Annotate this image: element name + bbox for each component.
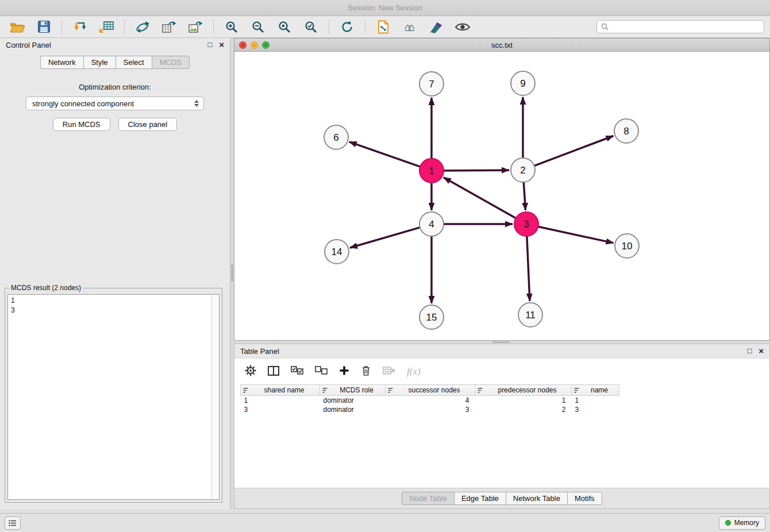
- graph-edge-3-1[interactable]: [444, 178, 516, 218]
- import-table-icon: [99, 21, 114, 33]
- table-settings-button[interactable]: [245, 365, 256, 378]
- run-mcds-button[interactable]: Run MCDS: [53, 118, 110, 131]
- cell-predecessor-nodes[interactable]: 2: [475, 405, 572, 414]
- graph-node-label-9: 9: [520, 78, 525, 89]
- column-header-successor-nodes[interactable]: successor nodes: [386, 385, 475, 396]
- float-panel-button[interactable]: □: [207, 41, 212, 49]
- graph-edge-2-3[interactable]: [523, 182, 525, 210]
- window-zoom-button[interactable]: +: [262, 41, 270, 49]
- zoom-out-icon: [251, 20, 265, 34]
- mcds-result-scrollbar[interactable]: [211, 295, 219, 499]
- deselect-all-button[interactable]: [315, 366, 328, 377]
- application-window: Session: New Session: [0, 0, 770, 532]
- network-canvas[interactable]: 7968124314101511: [234, 52, 769, 340]
- dropdown-stepper-icon: [194, 100, 199, 107]
- graph-edge-4-14[interactable]: [350, 228, 420, 248]
- graph-edge-1-2[interactable]: [444, 170, 509, 171]
- close-panel-button[interactable]: ×: [219, 41, 224, 49]
- network-graph[interactable]: 7968124314101511: [234, 52, 769, 340]
- graph-node-label-14: 14: [332, 246, 342, 257]
- style-brush-icon: [429, 21, 443, 33]
- import-table-button[interactable]: [95, 18, 118, 36]
- tab-node-table[interactable]: Node Table: [402, 492, 454, 505]
- cell-predecessor-nodes[interactable]: 1: [475, 396, 572, 405]
- tab-edge-table[interactable]: Edge Table: [454, 492, 506, 505]
- column-header-predecessor-nodes[interactable]: predecessor nodes: [475, 385, 572, 396]
- delete-table-button[interactable]: [383, 366, 395, 377]
- tab-mcds[interactable]: MCDS: [152, 56, 190, 69]
- cell-mcds-role[interactable]: dominator: [320, 396, 386, 405]
- graph-edge-3-11[interactable]: [527, 236, 530, 301]
- graph-edge-2-8[interactable]: [534, 136, 614, 166]
- table-row[interactable]: 1 dominator 4 1 1: [241, 396, 619, 405]
- toolbar-separator: [61, 20, 62, 34]
- function-builder-button[interactable]: f(x): [407, 366, 421, 377]
- graph-node-label-11: 11: [525, 310, 536, 321]
- tab-network[interactable]: Network: [40, 56, 83, 69]
- horizontal-splitter-grip[interactable]: [492, 341, 510, 343]
- trash-icon: [361, 365, 371, 376]
- network-window-header[interactable]: × − + scc.txt: [234, 38, 769, 52]
- float-table-panel-button[interactable]: □: [747, 347, 752, 355]
- export-image-button[interactable]: [184, 18, 207, 36]
- graph-edge-3-10[interactable]: [538, 227, 614, 243]
- delete-column-button[interactable]: [361, 365, 371, 378]
- cell-name[interactable]: 3: [572, 405, 619, 414]
- cell-shared-name[interactable]: 1: [241, 396, 320, 405]
- tab-motifs[interactable]: Motifs: [567, 492, 602, 505]
- titlebar[interactable]: Session: New Session: [0, 0, 770, 16]
- cell-successor-nodes[interactable]: 4: [386, 396, 475, 405]
- column-header-shared-name[interactable]: shared name: [241, 385, 320, 396]
- toolbar-separator: [124, 20, 125, 34]
- select-all-button[interactable]: [291, 366, 303, 377]
- attribute-table: shared name MCDS role successor nodes pr…: [240, 384, 619, 414]
- copy-document-button[interactable]: [372, 18, 395, 36]
- search-box[interactable]: [596, 20, 764, 33]
- close-table-panel-button[interactable]: ×: [759, 347, 764, 355]
- cell-shared-name[interactable]: 3: [241, 405, 320, 414]
- save-session-button[interactable]: [32, 18, 55, 36]
- column-header-mcds-role[interactable]: MCDS role: [320, 385, 386, 396]
- import-network-button[interactable]: [68, 18, 91, 36]
- close-panel-button-2[interactable]: Close panel: [118, 118, 178, 131]
- zoom-fit-button[interactable]: [273, 18, 296, 36]
- criterion-dropdown[interactable]: strongly connected component: [26, 97, 204, 110]
- table-arrow-icon: [161, 21, 176, 33]
- column-header-name[interactable]: name: [572, 385, 619, 396]
- swap-networks-button[interactable]: [131, 18, 154, 36]
- export-table-button[interactable]: [157, 18, 180, 36]
- show-columns-button[interactable]: [268, 366, 279, 377]
- cell-name[interactable]: 1: [572, 396, 619, 405]
- search-input[interactable]: [611, 23, 760, 31]
- cell-successor-nodes[interactable]: 3: [386, 405, 475, 414]
- table-panel-header: Table Panel □ ×: [234, 344, 769, 358]
- zoom-selected-button[interactable]: [299, 18, 322, 36]
- tab-network-table[interactable]: Network Table: [506, 492, 567, 505]
- tab-select[interactable]: Select: [116, 56, 152, 69]
- vertical-splitter-grip[interactable]: [231, 264, 233, 282]
- home-view-button[interactable]: ⌂⌂: [398, 18, 421, 36]
- memory-button[interactable]: Memory: [719, 516, 765, 530]
- window-minimize-button[interactable]: −: [251, 41, 258, 49]
- tab-style[interactable]: Style: [83, 56, 116, 69]
- unchecked-boxes-icon: [315, 366, 328, 375]
- add-column-button[interactable]: [339, 365, 349, 377]
- refresh-view-button[interactable]: [336, 18, 359, 36]
- task-history-button[interactable]: [5, 516, 21, 530]
- control-panel-tabs: Network Style Select MCDS: [0, 56, 230, 69]
- graph-edge-1-6[interactable]: [349, 142, 421, 167]
- cell-mcds-role[interactable]: dominator: [320, 405, 386, 414]
- show-graphics-details-button[interactable]: [451, 18, 474, 36]
- graph-node-label-2: 2: [520, 165, 525, 176]
- apply-style-button[interactable]: [425, 18, 448, 36]
- table-row[interactable]: 3 dominator 3 2 3: [241, 405, 619, 414]
- mcds-result-box[interactable]: 1 3: [7, 294, 220, 500]
- open-session-button[interactable]: [6, 18, 29, 36]
- columns-icon: [268, 366, 279, 376]
- mcds-result-text: 1 3: [8, 295, 211, 499]
- eye-icon: [455, 22, 470, 32]
- window-close-button[interactable]: ×: [239, 41, 247, 49]
- zoom-in-button[interactable]: [220, 18, 243, 36]
- import-network-icon: [72, 21, 87, 33]
- zoom-out-button[interactable]: [247, 18, 270, 36]
